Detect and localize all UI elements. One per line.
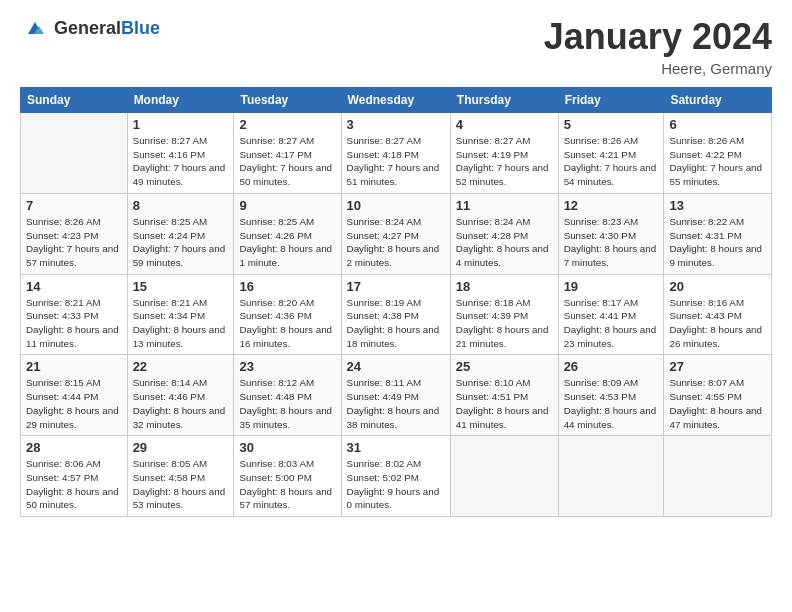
day-info: Sunrise: 8:17 AMSunset: 4:41 PMDaylight:… <box>564 296 659 351</box>
day-info: Sunrise: 8:27 AMSunset: 4:17 PMDaylight:… <box>239 134 335 189</box>
day-number: 23 <box>239 359 335 374</box>
calendar-cell: 14Sunrise: 8:21 AMSunset: 4:33 PMDayligh… <box>21 274 128 355</box>
day-number: 28 <box>26 440 122 455</box>
day-number: 29 <box>133 440 229 455</box>
day-info: Sunrise: 8:12 AMSunset: 4:48 PMDaylight:… <box>239 376 335 431</box>
sunrise-text: Sunrise: 8:21 AM <box>133 296 229 310</box>
day-number: 7 <box>26 198 122 213</box>
day-number: 15 <box>133 279 229 294</box>
day-info: Sunrise: 8:14 AMSunset: 4:46 PMDaylight:… <box>133 376 229 431</box>
sunset-text: Sunset: 4:51 PM <box>456 390 553 404</box>
col-wednesday: Wednesday <box>341 88 450 113</box>
day-info: Sunrise: 8:21 AMSunset: 4:34 PMDaylight:… <box>133 296 229 351</box>
sunset-text: Sunset: 4:53 PM <box>564 390 659 404</box>
calendar-cell <box>450 436 558 517</box>
daylight-text: Daylight: 8 hours and 9 minutes. <box>669 242 766 269</box>
day-info: Sunrise: 8:27 AMSunset: 4:18 PMDaylight:… <box>347 134 445 189</box>
day-info: Sunrise: 8:26 AMSunset: 4:23 PMDaylight:… <box>26 215 122 270</box>
sunset-text: Sunset: 4:43 PM <box>669 309 766 323</box>
day-info: Sunrise: 8:24 AMSunset: 4:28 PMDaylight:… <box>456 215 553 270</box>
logo-icon <box>20 16 50 40</box>
daylight-text: Daylight: 8 hours and 44 minutes. <box>564 404 659 431</box>
day-info: Sunrise: 8:18 AMSunset: 4:39 PMDaylight:… <box>456 296 553 351</box>
sunrise-text: Sunrise: 8:21 AM <box>26 296 122 310</box>
sunset-text: Sunset: 4:28 PM <box>456 229 553 243</box>
calendar-cell: 23Sunrise: 8:12 AMSunset: 4:48 PMDayligh… <box>234 355 341 436</box>
day-number: 27 <box>669 359 766 374</box>
day-info: Sunrise: 8:11 AMSunset: 4:49 PMDaylight:… <box>347 376 445 431</box>
sunset-text: Sunset: 4:46 PM <box>133 390 229 404</box>
calendar-cell: 7Sunrise: 8:26 AMSunset: 4:23 PMDaylight… <box>21 193 128 274</box>
day-info: Sunrise: 8:16 AMSunset: 4:43 PMDaylight:… <box>669 296 766 351</box>
sunset-text: Sunset: 4:19 PM <box>456 148 553 162</box>
sunset-text: Sunset: 4:33 PM <box>26 309 122 323</box>
calendar-cell: 3Sunrise: 8:27 AMSunset: 4:18 PMDaylight… <box>341 113 450 194</box>
calendar-cell <box>664 436 772 517</box>
sunrise-text: Sunrise: 8:02 AM <box>347 457 445 471</box>
calendar-cell: 29Sunrise: 8:05 AMSunset: 4:58 PMDayligh… <box>127 436 234 517</box>
day-info: Sunrise: 8:23 AMSunset: 4:30 PMDaylight:… <box>564 215 659 270</box>
sunset-text: Sunset: 4:44 PM <box>26 390 122 404</box>
calendar-cell: 18Sunrise: 8:18 AMSunset: 4:39 PMDayligh… <box>450 274 558 355</box>
day-number: 8 <box>133 198 229 213</box>
day-number: 31 <box>347 440 445 455</box>
daylight-text: Daylight: 8 hours and 23 minutes. <box>564 323 659 350</box>
sunrise-text: Sunrise: 8:03 AM <box>239 457 335 471</box>
daylight-text: Daylight: 8 hours and 18 minutes. <box>347 323 445 350</box>
logo-general: General <box>54 18 121 38</box>
daylight-text: Daylight: 8 hours and 32 minutes. <box>133 404 229 431</box>
sunrise-text: Sunrise: 8:11 AM <box>347 376 445 390</box>
day-info: Sunrise: 8:03 AMSunset: 5:00 PMDaylight:… <box>239 457 335 512</box>
calendar-cell: 6Sunrise: 8:26 AMSunset: 4:22 PMDaylight… <box>664 113 772 194</box>
day-info: Sunrise: 8:22 AMSunset: 4:31 PMDaylight:… <box>669 215 766 270</box>
col-tuesday: Tuesday <box>234 88 341 113</box>
calendar-cell: 28Sunrise: 8:06 AMSunset: 4:57 PMDayligh… <box>21 436 128 517</box>
calendar-cell: 15Sunrise: 8:21 AMSunset: 4:34 PMDayligh… <box>127 274 234 355</box>
sunrise-text: Sunrise: 8:24 AM <box>347 215 445 229</box>
day-number: 4 <box>456 117 553 132</box>
sunrise-text: Sunrise: 8:27 AM <box>239 134 335 148</box>
day-number: 20 <box>669 279 766 294</box>
calendar-cell: 8Sunrise: 8:25 AMSunset: 4:24 PMDaylight… <box>127 193 234 274</box>
day-number: 30 <box>239 440 335 455</box>
day-number: 3 <box>347 117 445 132</box>
sunrise-text: Sunrise: 8:22 AM <box>669 215 766 229</box>
col-thursday: Thursday <box>450 88 558 113</box>
day-number: 26 <box>564 359 659 374</box>
calendar-cell: 9Sunrise: 8:25 AMSunset: 4:26 PMDaylight… <box>234 193 341 274</box>
day-number: 17 <box>347 279 445 294</box>
sunrise-text: Sunrise: 8:20 AM <box>239 296 335 310</box>
daylight-text: Daylight: 8 hours and 50 minutes. <box>26 485 122 512</box>
col-saturday: Saturday <box>664 88 772 113</box>
calendar-week-5: 28Sunrise: 8:06 AMSunset: 4:57 PMDayligh… <box>21 436 772 517</box>
sunset-text: Sunset: 4:49 PM <box>347 390 445 404</box>
daylight-text: Daylight: 8 hours and 41 minutes. <box>456 404 553 431</box>
sunrise-text: Sunrise: 8:25 AM <box>239 215 335 229</box>
sunset-text: Sunset: 4:34 PM <box>133 309 229 323</box>
sunset-text: Sunset: 4:16 PM <box>133 148 229 162</box>
sunrise-text: Sunrise: 8:06 AM <box>26 457 122 471</box>
calendar-cell: 20Sunrise: 8:16 AMSunset: 4:43 PMDayligh… <box>664 274 772 355</box>
day-number: 12 <box>564 198 659 213</box>
sunset-text: Sunset: 4:23 PM <box>26 229 122 243</box>
day-info: Sunrise: 8:09 AMSunset: 4:53 PMDaylight:… <box>564 376 659 431</box>
day-info: Sunrise: 8:10 AMSunset: 4:51 PMDaylight:… <box>456 376 553 431</box>
sunset-text: Sunset: 5:00 PM <box>239 471 335 485</box>
sunset-text: Sunset: 4:48 PM <box>239 390 335 404</box>
title-block: January 2024 Heere, Germany <box>544 16 772 77</box>
sunset-text: Sunset: 4:31 PM <box>669 229 766 243</box>
header: GeneralBlue January 2024 Heere, Germany <box>20 16 772 77</box>
sunrise-text: Sunrise: 8:15 AM <box>26 376 122 390</box>
day-info: Sunrise: 8:20 AMSunset: 4:36 PMDaylight:… <box>239 296 335 351</box>
sunrise-text: Sunrise: 8:09 AM <box>564 376 659 390</box>
sunset-text: Sunset: 4:36 PM <box>239 309 335 323</box>
sunrise-text: Sunrise: 8:14 AM <box>133 376 229 390</box>
daylight-text: Daylight: 7 hours and 51 minutes. <box>347 161 445 188</box>
daylight-text: Daylight: 7 hours and 49 minutes. <box>133 161 229 188</box>
sunset-text: Sunset: 4:41 PM <box>564 309 659 323</box>
day-info: Sunrise: 8:25 AMSunset: 4:24 PMDaylight:… <box>133 215 229 270</box>
sunrise-text: Sunrise: 8:26 AM <box>26 215 122 229</box>
day-number: 14 <box>26 279 122 294</box>
calendar-cell: 21Sunrise: 8:15 AMSunset: 4:44 PMDayligh… <box>21 355 128 436</box>
calendar-week-3: 14Sunrise: 8:21 AMSunset: 4:33 PMDayligh… <box>21 274 772 355</box>
